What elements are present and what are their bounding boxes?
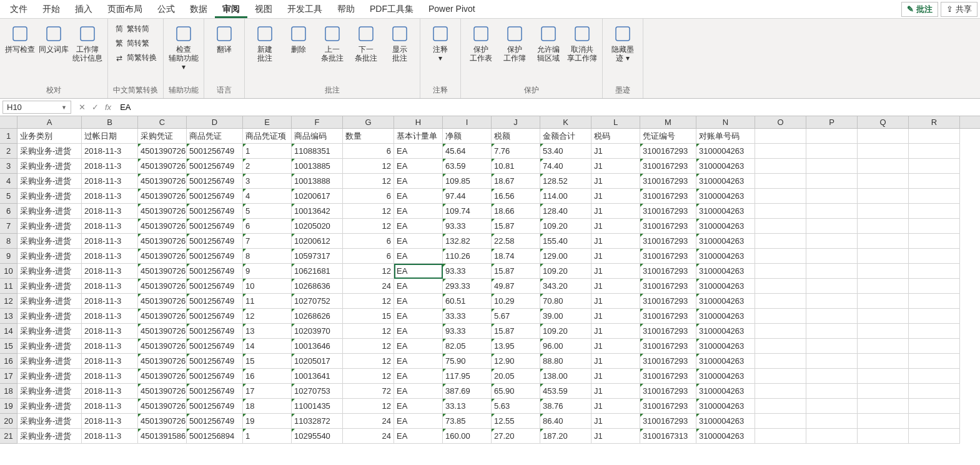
ribbon-btn-0-0[interactable]: 拼写检查 <box>4 21 36 56</box>
cell-N5[interactable]: 3100004263 <box>696 189 755 204</box>
cell-P18[interactable] <box>806 384 858 399</box>
cell-P3[interactable] <box>806 159 858 174</box>
cell-N16[interactable]: 3100004263 <box>696 354 755 369</box>
cell-G7[interactable]: 12 <box>343 219 394 234</box>
cell-P20[interactable] <box>806 414 858 429</box>
cell-C10[interactable]: 4501390726 <box>138 264 187 279</box>
cell-J18[interactable]: 65.90 <box>492 384 540 399</box>
cell-P6[interactable] <box>806 204 858 219</box>
cell-E10[interactable]: 9 <box>243 264 292 279</box>
cell-R5[interactable] <box>909 189 960 204</box>
col-header-Q[interactable]: Q <box>858 116 909 128</box>
formula-input[interactable] <box>116 101 980 113</box>
cell-H9[interactable]: EA <box>394 249 443 264</box>
cell-C16[interactable]: 4501390726 <box>138 354 187 369</box>
cell-B5[interactable]: 2018-11-3 <box>82 189 138 204</box>
cell-R20[interactable] <box>909 414 960 429</box>
menu-tab-8[interactable]: 开发工具 <box>280 1 330 16</box>
cell-N18[interactable]: 3100004263 <box>696 384 755 399</box>
cell-R16[interactable] <box>909 354 960 369</box>
cell-P14[interactable] <box>806 324 858 339</box>
ribbon-btn-7-0[interactable]: 隐藏墨迹 ▾ <box>606 21 639 65</box>
cell-N12[interactable]: 3100004263 <box>696 294 755 309</box>
cell-H7[interactable]: EA <box>394 219 443 234</box>
cell-L6[interactable]: J1 <box>591 204 640 219</box>
cell-C18[interactable]: 4501390726 <box>138 384 187 399</box>
cell-E21[interactable]: 1 <box>243 429 292 444</box>
cell-P17[interactable] <box>806 369 858 384</box>
cell-C8[interactable]: 4501390726 <box>138 234 187 249</box>
cell-L8[interactable]: J1 <box>591 234 640 249</box>
cell-N20[interactable]: 3100004263 <box>696 414 755 429</box>
cell-P7[interactable] <box>806 219 858 234</box>
cell-N8[interactable]: 3100004263 <box>696 234 755 249</box>
cell-K1[interactable]: 金额合计 <box>540 129 591 144</box>
cell-J10[interactable]: 15.87 <box>492 264 540 279</box>
cell-K9[interactable]: 129.00 <box>540 249 591 264</box>
cell-D4[interactable]: 5001256749 <box>187 174 243 189</box>
cell-R19[interactable] <box>909 399 960 414</box>
cell-G15[interactable]: 12 <box>343 339 394 354</box>
cell-N11[interactable]: 3100004263 <box>696 279 755 294</box>
cell-A15[interactable]: 采购业务-进货 <box>17 339 82 354</box>
cell-I11[interactable]: 293.33 <box>443 279 492 294</box>
cell-Q11[interactable] <box>858 279 909 294</box>
cell-K21[interactable]: 187.20 <box>540 429 591 444</box>
menu-tab-10[interactable]: PDF工具集 <box>362 1 421 16</box>
cell-C21[interactable]: 4501391586 <box>138 429 187 444</box>
cell-O13[interactable] <box>755 309 806 324</box>
col-header-L[interactable]: L <box>591 116 640 128</box>
cell-J19[interactable]: 5.63 <box>492 399 540 414</box>
cell-P13[interactable] <box>806 309 858 324</box>
cell-C12[interactable]: 4501390726 <box>138 294 187 309</box>
cell-K15[interactable]: 96.00 <box>540 339 591 354</box>
cell-K4[interactable]: 128.52 <box>540 174 591 189</box>
cell-E8[interactable]: 7 <box>243 234 292 249</box>
ribbon-smallbtn-1-2[interactable]: ⇄简繁转换 <box>112 51 159 64</box>
cell-B19[interactable]: 2018-11-3 <box>82 399 138 414</box>
ribbon-btn-3-0[interactable]: 翻译 <box>208 21 240 56</box>
ribbon-btn-4-2[interactable]: 上一条批注 <box>316 21 349 65</box>
cell-I7[interactable]: 93.33 <box>443 219 492 234</box>
cell-H17[interactable]: EA <box>394 369 443 384</box>
cell-R10[interactable] <box>909 264 960 279</box>
cell-O19[interactable] <box>755 399 806 414</box>
cell-C3[interactable]: 4501390726 <box>138 159 187 174</box>
cell-P11[interactable] <box>806 279 858 294</box>
cell-F21[interactable]: 10295540 <box>292 429 343 444</box>
cell-F1[interactable]: 商品编码 <box>292 129 343 144</box>
cell-D1[interactable]: 商品凭证 <box>187 129 243 144</box>
cell-I18[interactable]: 387.69 <box>443 384 492 399</box>
row-header-7[interactable]: 7 <box>0 219 17 234</box>
row-header-18[interactable]: 18 <box>0 384 17 399</box>
row-header-1[interactable]: 1 <box>0 129 17 144</box>
cell-B16[interactable]: 2018-11-3 <box>82 354 138 369</box>
col-header-H[interactable]: H <box>394 116 443 128</box>
cell-C13[interactable]: 4501390726 <box>138 309 187 324</box>
cell-E15[interactable]: 14 <box>243 339 292 354</box>
row-header-11[interactable]: 11 <box>0 279 17 294</box>
row-header-3[interactable]: 3 <box>0 159 17 174</box>
cell-E11[interactable]: 10 <box>243 279 292 294</box>
cell-R14[interactable] <box>909 324 960 339</box>
ribbon-smallbtn-1-1[interactable]: 繁简转繁 <box>112 37 159 50</box>
cell-E4[interactable]: 3 <box>243 174 292 189</box>
cell-L20[interactable]: J1 <box>591 414 640 429</box>
cell-G4[interactable]: 12 <box>343 174 394 189</box>
cell-K18[interactable]: 453.59 <box>540 384 591 399</box>
cell-E19[interactable]: 18 <box>243 399 292 414</box>
cell-N1[interactable]: 对账单号码 <box>696 129 755 144</box>
row-header-4[interactable]: 4 <box>0 174 17 189</box>
cell-D10[interactable]: 5001256749 <box>187 264 243 279</box>
cell-M17[interactable]: 3100167293 <box>640 369 696 384</box>
cell-O3[interactable] <box>755 159 806 174</box>
cell-F16[interactable]: 10205017 <box>292 354 343 369</box>
cell-H10[interactable]: EA <box>394 264 443 279</box>
row-header-16[interactable]: 16 <box>0 354 17 369</box>
cell-I15[interactable]: 82.05 <box>443 339 492 354</box>
col-header-A[interactable]: A <box>17 116 82 128</box>
cell-N6[interactable]: 3100004263 <box>696 204 755 219</box>
cell-Q17[interactable] <box>858 369 909 384</box>
cell-N17[interactable]: 3100004263 <box>696 369 755 384</box>
cell-Q5[interactable] <box>858 189 909 204</box>
